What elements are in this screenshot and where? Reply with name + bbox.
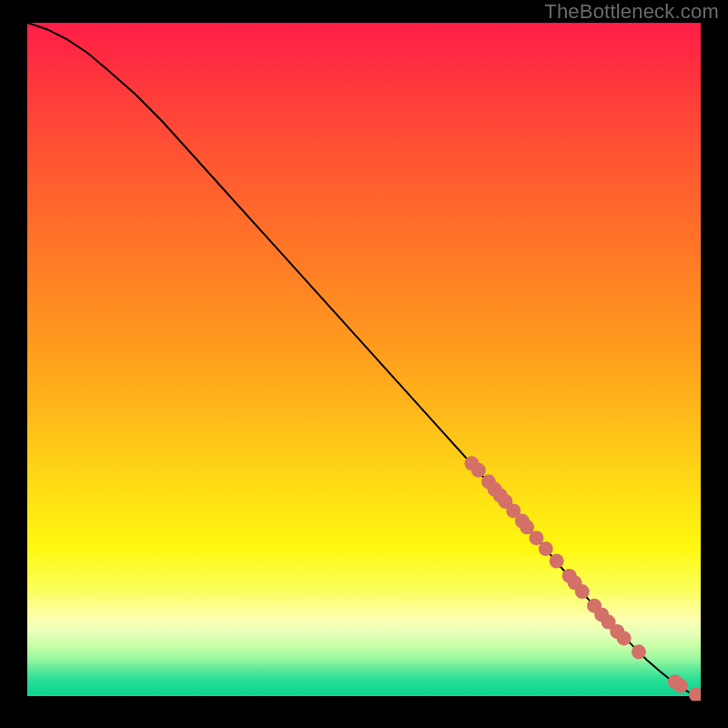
data-point-marker [617,631,632,645]
watermark-text: TheBottleneck.com [544,0,719,24]
data-point-marker [471,463,486,478]
data-point-marker [575,584,590,599]
chart-plot-area [27,23,701,701]
chart-svg [27,23,701,701]
data-point-marker [673,679,688,693]
data-point-marker [539,541,553,556]
data-point-marker [632,644,646,659]
bottleneck-curve-line [27,23,701,697]
app-frame: TheBottleneck.com [0,0,728,728]
data-point-marker [550,554,564,569]
marker-group [464,456,701,701]
